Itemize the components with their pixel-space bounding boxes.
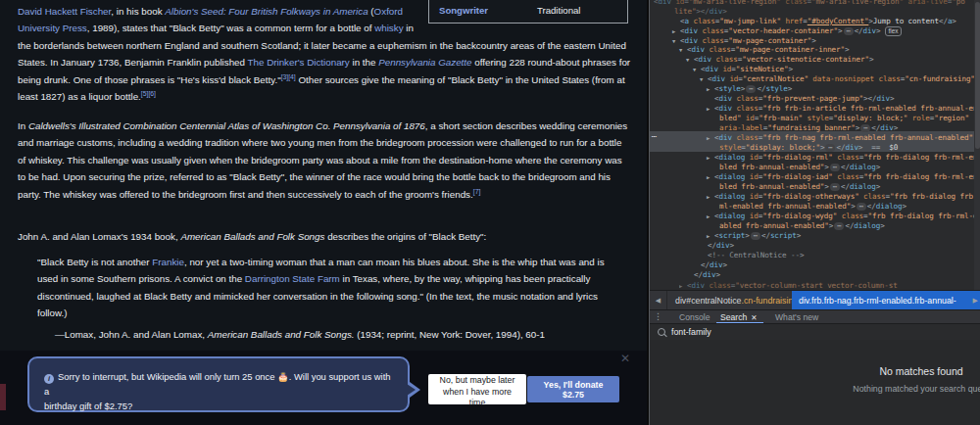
tree-row[interactable]: ▶<div class="vector-column-start vector-… [687,281,898,290]
code-token: "frb frb-dialog frb-r [890,192,980,201]
collapse-arrow-icon[interactable]: ▼ [672,36,675,46]
more-options-icon[interactable]: ⋮ [654,311,662,321]
tree-row[interactable]: <!-- CentralNotice --> [708,251,804,260]
wiki-link[interactable]: The Drinker's Dictionary [248,57,350,68]
collapse-arrow-icon[interactable]: ▼ [679,45,682,55]
code-token: class [698,36,724,45]
inline-expand-icon[interactable]: ⋯ [825,144,835,152]
tree-row[interactable]: <div class="frb-prevent-page-jump"></div… [714,94,894,104]
wiki-link[interactable]: Darrington State Farm [245,273,340,284]
inline-expand-icon[interactable]: ⋯ [746,85,756,93]
code-token: div [880,123,893,132]
expand-arrow-icon[interactable]: ▶ [672,26,675,36]
expand-arrow-icon[interactable]: ▶ [707,172,710,182]
tree-row[interactable]: </div> [701,260,727,270]
expand-arrow-icon[interactable]: ▶ [707,133,710,143]
search-row[interactable]: font-family [650,323,980,341]
collapse-arrow-icon[interactable]: ▼ [693,65,696,74]
tree-row[interactable]: ▼<div id="centralNotice" data-nosnippet … [708,74,979,84]
code-token: "display: block;" [833,114,907,122]
code-token: class [705,45,731,54]
tree-row[interactable]: style="display: block;">⋯</div> == $0 [719,143,898,153]
tree-row[interactable]: ▶<script>⋯</script> [714,231,801,241]
tree-row[interactable]: ▶<dialog id="frb-dialog-iad" class="frb … [714,172,980,182]
expand-arrow-icon[interactable]: ▶ [707,192,710,202]
tree-row[interactable]: ▶<div class="frb frb-nag frb-rml-enabled… [714,133,973,143]
wiki-link[interactable]: Albion's Seed: Four British Folkways in … [165,6,368,17]
collapse-arrow-icon[interactable]: ▼ [686,55,689,65]
wiki-link[interactable]: Frankie [152,257,184,267]
tree-row[interactable]: </div> [694,270,720,280]
wiki-link[interactable]: [6] [148,90,156,97]
code-token: data-nosnippet [808,74,874,83]
wiki-link[interactable]: [7] [473,187,481,194]
tree-row[interactable]: <div id="mw-aria-live-region" class="mw-… [654,0,965,7]
expand-arrow-icon[interactable]: ▶ [707,104,710,114]
expand-arrow-icon[interactable]: ▶ [679,281,682,290]
tree-row[interactable]: <a class="mw-jump-link" href="#bodyConte… [680,17,956,26]
wiki-link[interactable]: whisky [374,23,403,33]
code-token: div [658,0,670,6]
wiki-link[interactable]: David Hackett Fischer [18,6,111,17]
tree-scrollbar-thumb[interactable] [975,2,980,149]
tree-row[interactable]: abled frb-annual-enabled">⋯</dialog> [719,221,885,231]
infobox-label-link[interactable]: Songwriter [439,5,488,16]
tree-row[interactable]: ▶<div class="vector-header-container">⋯<… [680,26,902,36]
inline-expand-icon[interactable]: ⋯ [830,164,840,171]
expand-arrow-icon[interactable]: ▶ [707,84,710,94]
code-token: dialog [718,212,745,220]
tree-row[interactable]: ▼<div id="siteNotice"> [701,65,793,74]
tree-row[interactable]: </div> [708,241,734,251]
tree-row[interactable]: ▶<div class="frb frb-in-article frb-rml-… [714,104,980,114]
code-token: div [711,74,724,83]
tree-row[interactable]: ▼<div class="mw-page-container-inner"> [687,45,850,55]
code-token: abled frb-annual-enabled" [719,221,829,230]
tab-search[interactable]: Search✕ [720,312,758,322]
tree-row[interactable]: bled frb-annual-enabled">⋯</dialog> [719,163,880,172]
tab-console[interactable]: Console [679,312,710,322]
tree-row[interactable]: ▶<dialog id="frb-dialog-rml" class="frb … [714,153,980,163]
flex-badge[interactable]: flex [885,26,903,36]
blockquote-black-betty: "Black Betty is not another Frankie, nor… [37,254,625,322]
breadcrumb-next-icon[interactable]: ▶ [971,291,980,310]
tree-row[interactable]: ml-enabled frb-annual-enabled">⋯</dialog… [719,202,906,212]
selected-row-gutter-marker[interactable]: ⋯ [652,132,658,141]
expand-arrow-icon[interactable]: ▶ [707,231,710,241]
search-input[interactable]: font-family [671,327,711,337]
code-token: </ [694,270,703,279]
inline-expand-icon[interactable]: ⋯ [860,124,870,132]
code-token: ></ [696,7,709,16]
tree-row[interactable]: bled frb-annual-enabled">⋯</dialog> [719,182,880,192]
code-token: class [698,26,724,35]
code-token: > [729,241,733,250]
inline-expand-icon[interactable]: ⋯ [751,232,760,240]
inline-expand-icon[interactable]: ⋯ [857,203,866,211]
tree-scrollbar[interactable] [974,0,980,290]
wiki-link[interactable]: Pennsylvania Gazette [378,57,471,68]
tab-search-close-icon[interactable]: ✕ [751,313,757,322]
tree-row[interactable]: ▶<dialog id="frb-dialog-wydg" class="frb… [714,212,980,221]
code-token: div [863,26,876,35]
tree-row[interactable]: aria-label="fundraising banner">⋯</div> [719,123,898,133]
tree-row[interactable]: bled" id="frb-main" style="display: bloc… [719,114,969,123]
maybe-later-button[interactable]: No, but maybe later when I have more tim… [428,374,526,404]
inline-expand-icon[interactable]: ⋯ [834,222,844,230]
infobox-songwriter-row: Songwriter Traditional [428,0,628,24]
tree-row[interactable]: ▶<dialog id="frb-dialog-otherways" class… [714,192,980,202]
breadcrumb-back-icon[interactable]: ◀ [650,291,667,310]
tree-row[interactable]: lite"></div> [674,7,727,17]
wiki-link[interactable]: [4] [288,72,296,79]
expand-arrow-icon[interactable]: ▶ [707,212,710,221]
breadcrumb-centralnotice[interactable]: div#centralNotice.cn-fundraising [675,291,798,310]
code-token: style [719,143,741,152]
donate-button[interactable]: Yes, I'll donate $2.75 [527,376,619,402]
tree-row[interactable]: ▼<div class="vector-sitenotice-container… [694,55,873,65]
code-token: div [698,55,710,64]
inline-expand-icon[interactable]: ⋯ [830,183,840,191]
inline-expand-icon[interactable]: ⋯ [844,27,854,35]
expand-arrow-icon[interactable]: ▶ [707,153,710,163]
tree-row[interactable]: ▶<style>⋯</style> [714,84,792,94]
tab-whats-new[interactable]: What's new [775,312,818,322]
banner-close-button[interactable]: ✕ [617,351,633,366]
collapse-arrow-icon[interactable]: ▼ [700,74,703,84]
